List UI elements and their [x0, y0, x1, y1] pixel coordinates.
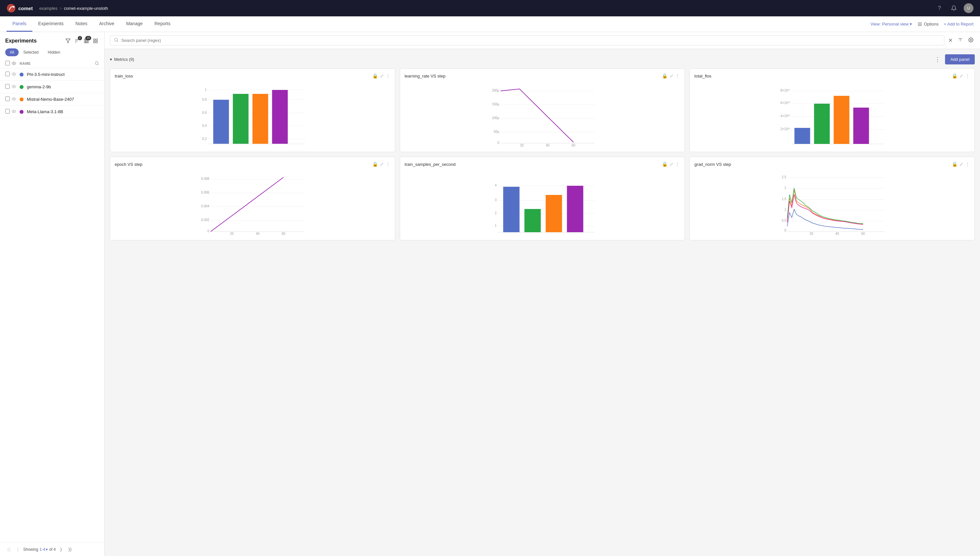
experiment-row[interactable]: Mistral-Nemo-Base-2407 [0, 93, 104, 106]
exp-color-dot-1 [19, 85, 24, 89]
filter-button[interactable] [64, 37, 72, 44]
svg-text:6×10¹⁵: 6×10¹⁵ [780, 101, 790, 105]
svg-point-28 [970, 39, 972, 40]
svg-point-1 [13, 6, 15, 8]
eye-icon-2[interactable] [12, 97, 16, 101]
chart-title-epoch: epoch VS step [115, 162, 142, 167]
options-icon [917, 22, 922, 27]
breadcrumb-parent[interactable]: examples [39, 6, 58, 11]
eye-icon-0[interactable] [12, 72, 16, 76]
expand-icon-grad[interactable]: ⤢ [959, 162, 963, 167]
search-icon [114, 37, 119, 43]
flos-bar-mistral [834, 96, 849, 144]
eye-icon-3[interactable] [12, 109, 16, 113]
flos-bar-gemma [814, 104, 830, 144]
experiment-row[interactable]: Phi-3.5-mini-instruct [0, 68, 104, 81]
chart-card-learning-rate: learning_rate VS step 🔒 ⤢ ⋮ 200μ 150μ 10… [400, 68, 685, 152]
menu-icon-epoch[interactable]: ⋮ [386, 162, 390, 167]
grad-norm-chart: 2.5 2 1.5 1 0.5 0 [694, 170, 970, 236]
menu-icon-lr[interactable]: ⋮ [675, 73, 680, 79]
experiment-row[interactable]: gemma-2-9b [0, 81, 104, 93]
add-panel-label: Add panel [950, 57, 970, 62]
chart-card-train-samples: train_samples_per_second 🔒 ⤢ ⋮ 4 3 2 1 [400, 157, 685, 241]
clear-search-button[interactable]: ✕ [947, 36, 954, 45]
chart-title-grad-norm: grad_norm VS step [694, 162, 731, 167]
filter-tab-all[interactable]: All [5, 48, 19, 56]
filter-tab-selected[interactable]: Selected [19, 48, 43, 56]
notifications-button[interactable] [949, 3, 958, 13]
select-all-checkbox[interactable] [5, 61, 10, 65]
exp-checkbox-1[interactable] [5, 84, 10, 89]
lock-icon-grad[interactable]: 🔒 [952, 162, 957, 167]
svg-text:0.006: 0.006 [201, 191, 209, 194]
columns-button[interactable]: 15 [83, 37, 90, 44]
exp-checkbox-3[interactable] [5, 109, 10, 113]
samples-bar-llama [567, 186, 583, 232]
user-avatar[interactable]: U [964, 3, 974, 13]
search-input[interactable] [121, 38, 940, 43]
first-page-button[interactable]: ⟨⟨ [5, 546, 13, 553]
svg-point-17 [95, 61, 98, 65]
sidebar-footer: ⟨⟨ ⟨ Showing 1-4 ▾ of 4 ⟩ ⟩⟩ [0, 543, 104, 556]
search-header-icon[interactable] [95, 61, 99, 65]
tab-panels[interactable]: Panels [6, 16, 32, 32]
view-value: Personal view [882, 22, 909, 26]
add-panel-button[interactable]: Add panel [945, 54, 975, 65]
tab-reports[interactable]: Reports [148, 16, 176, 32]
chart-actions-train-loss: 🔒 ⤢ ⋮ [372, 73, 390, 79]
filter-tab-hidden[interactable]: Hidden [43, 48, 65, 56]
prev-page-button[interactable]: ⟨ [15, 546, 21, 553]
tab-experiments[interactable]: Experiments [32, 16, 69, 32]
sort-button[interactable]: 2 [74, 37, 81, 44]
settings-search-button[interactable] [967, 36, 975, 45]
grad-line-blue [787, 209, 863, 230]
menu-icon-grad[interactable]: ⋮ [965, 162, 970, 167]
expand-icon-train-loss[interactable]: ⤢ [380, 73, 384, 79]
search-actions: ✕ [947, 36, 975, 45]
exp-checkbox-0[interactable] [5, 72, 10, 76]
sidebar-icons: 2 15 [64, 37, 99, 44]
tab-manage[interactable]: Manage [120, 16, 149, 32]
svg-text:0.5: 0.5 [782, 219, 787, 222]
next-page-button[interactable]: ⟩ [58, 546, 64, 553]
last-page-button[interactable]: ⟩⟩ [66, 546, 74, 553]
help-button[interactable]: ? [935, 3, 944, 13]
chart-title-learning-rate: learning_rate VS step [405, 74, 446, 79]
experiments-table-header: NAME [0, 59, 104, 68]
lock-icon-lr[interactable]: 🔒 [662, 73, 667, 79]
tab-notes[interactable]: Notes [69, 16, 93, 32]
metrics-menu-button[interactable]: ⋮ [933, 55, 942, 64]
train-samples-chart: 4 3 2 1 [405, 170, 680, 236]
page-range-dropdown-icon[interactable]: ▾ [46, 547, 48, 552]
exp-color-dot-2 [19, 97, 24, 102]
exp-checkbox-2[interactable] [5, 97, 10, 101]
breadcrumb: examples > comet-example-unsloth [39, 6, 108, 11]
expand-icon-flos[interactable]: ⤢ [959, 73, 963, 79]
comet-logo-icon [6, 3, 16, 13]
lock-icon-train-loss[interactable]: 🔒 [372, 73, 378, 79]
filter-search-button[interactable] [956, 36, 964, 45]
tab-archive[interactable]: Archive [93, 16, 120, 32]
exp-color-dot-3 [19, 110, 24, 114]
svg-rect-14 [93, 41, 95, 43]
menu-icon-train-loss[interactable]: ⋮ [386, 73, 390, 79]
options-button[interactable]: Options [917, 22, 938, 27]
metrics-toggle-button[interactable]: ▾ Metrics (9) [110, 57, 134, 62]
eye-icon-1[interactable] [12, 84, 16, 89]
expand-icon-lr[interactable]: ⤢ [669, 73, 674, 79]
lock-icon-flos[interactable]: 🔒 [952, 73, 957, 79]
expand-icon-epoch[interactable]: ⤢ [380, 162, 384, 167]
menu-icon-samples[interactable]: ⋮ [675, 162, 680, 167]
svg-rect-9 [84, 39, 85, 43]
experiment-row[interactable]: Meta-Llama-3.1-8B [0, 106, 104, 118]
svg-text:20: 20 [230, 232, 234, 236]
expand-icon-samples[interactable]: ⤢ [669, 162, 674, 167]
lock-icon-samples[interactable]: 🔒 [662, 162, 667, 167]
svg-point-19 [13, 73, 15, 74]
add-to-report-button[interactable]: + Add to Report [944, 22, 974, 26]
menu-icon-flos[interactable]: ⋮ [965, 73, 970, 79]
view-selector-button[interactable]: View: Personal view ▾ [870, 22, 912, 26]
svg-line-24 [118, 41, 118, 42]
layout-button[interactable] [92, 37, 99, 44]
lock-icon-epoch[interactable]: 🔒 [372, 162, 378, 167]
